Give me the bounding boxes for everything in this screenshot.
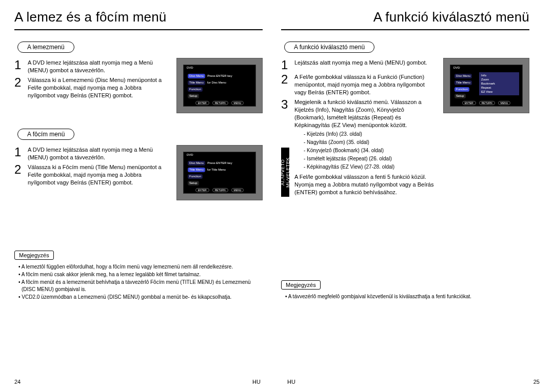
osd-function-menu: DVD Disc Menu Title Menu Function Setup … <box>443 58 529 113</box>
step-text: A DVD lemez lejátszása alatt nyomja meg … <box>28 146 168 161</box>
osd-title-menu: DVD Disc MenuPress ENTER key Title Menuf… <box>176 145 263 200</box>
lang-code: HU <box>252 379 261 385</box>
lang-code: HU <box>287 379 295 385</box>
osd-disc-menu: DVD Disc MenuPress ENTER key Title Menuf… <box>176 58 263 113</box>
manual-spread: A lemez és a fôcím menü A lemezmenü 1A D… <box>0 0 554 392</box>
function-block: 1Lejátszás alatt nyomja meg a Menü (MENU… <box>281 58 529 198</box>
step-text: A Fel/le gombokkal válasszon a fenti 5 f… <box>294 173 435 196</box>
disc-menu-heading: A lemezmenü <box>17 42 74 53</box>
step-num: 4 <box>281 173 290 185</box>
step-text: Lejátszás alatt nyomja meg a Menü (MENU)… <box>294 59 427 67</box>
sub-references: - Kijelzés (Info) (23. oldal) - Nagyítás… <box>304 130 435 171</box>
title-menu-block: 1A DVD lemez lejátszása alatt nyomja meg… <box>14 145 263 200</box>
step-num: 2 <box>14 163 24 176</box>
page-number-left: 24 <box>14 379 21 385</box>
divider <box>281 29 529 30</box>
left-notes: • A lemeztôl függôen elôfordulhat, hogy … <box>18 263 263 301</box>
right-notes: • A távvezérlô megfelelô gombjaival közv… <box>285 293 529 300</box>
step-num: 2 <box>281 73 290 86</box>
divider <box>14 29 263 30</box>
step-text: Megjelenik a funkció kiválasztó menü. Vá… <box>294 98 435 171</box>
step-text: A DVD lemez lejátszása alatt nyomja meg … <box>28 59 168 74</box>
left-title: A lemez és a fôcím menü <box>14 9 263 25</box>
title-menu-steps: 1A DVD lemez lejátszása alatt nyomja meg… <box>14 145 168 189</box>
step-num: 1 <box>281 59 290 71</box>
step-num: 1 <box>14 146 24 158</box>
step-num: 1 <box>14 59 24 71</box>
page-number-right: 25 <box>533 379 540 385</box>
function-steps: 1Lejátszás alatt nyomja meg a Menü (MENU… <box>281 58 435 198</box>
step-text: Válassza ki a Lemezmenü (Disc Menu) menü… <box>28 76 168 99</box>
osd-function-panel: Info Zoom Bookmark Repeat EZ View <box>479 72 519 95</box>
note-label: Megjegyzés <box>14 251 54 260</box>
right-page: ALAPVETO MÛVELETEK A funkció kiválasztó … <box>281 9 540 392</box>
function-menu-heading: A funkció kiválasztó menü <box>284 42 374 53</box>
note-label: Megjegyzés <box>281 280 321 290</box>
title-menu-heading: A fôcím menü <box>17 129 74 140</box>
disc-menu-steps: 1A DVD lemez lejátszása alatt nyomja meg… <box>14 58 168 101</box>
step-num: 3 <box>281 98 290 111</box>
left-page: A lemez és a fôcím menü A lemezmenü 1A D… <box>14 9 263 392</box>
step-text: A Fel/le gombokkal válassza ki a Funkció… <box>294 73 435 96</box>
right-title: A funkció kiválasztó menü <box>281 9 529 25</box>
disc-menu-block: 1A DVD lemez lejátszása alatt nyomja meg… <box>14 58 263 113</box>
step-num: 2 <box>14 76 24 89</box>
step-text: Válassza ki a Fôcím menü (Title Menu) me… <box>28 163 168 187</box>
